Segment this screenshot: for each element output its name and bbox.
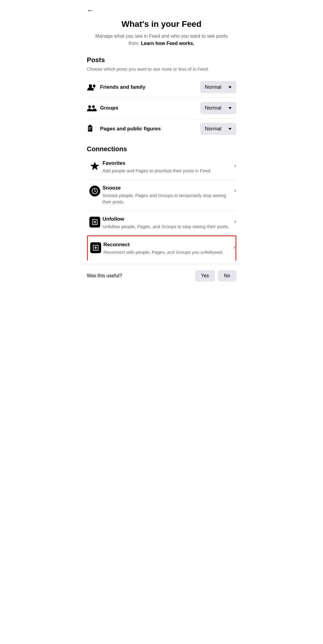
groups-icon-container [87, 103, 100, 113]
unfollow-icon-container [87, 216, 103, 228]
groups-label: Groups [100, 105, 200, 111]
snooze-icon-container [87, 185, 103, 196]
feedback-label: Was this useful? [87, 273, 195, 279]
pages-icon [87, 124, 97, 134]
page-subtitle: Manage what you see in Feed and who you … [87, 33, 236, 47]
reconnect-row[interactable]: Reconnect Reconnect with people, Pages, … [87, 235, 236, 261]
feedback-row: Was this useful? Yes No [81, 264, 242, 288]
chevron-down-icon [229, 86, 232, 88]
svg-point-3 [92, 105, 94, 108]
snooze-row[interactable]: Snooze Snooze people, Pages and Groups t… [87, 180, 236, 211]
posts-section-subtitle: Choose which posts you want to see more … [87, 66, 236, 72]
reconnect-icon [90, 242, 101, 253]
pages-dropdown[interactable]: Normal [200, 123, 236, 135]
friends-family-value: Normal [205, 84, 222, 90]
reconnect-desc: Reconnect with people, Pages, and Groups… [104, 249, 233, 255]
unfollow-row[interactable]: Unfollow Unfollow people, Pages, and Gro… [87, 211, 236, 235]
pages-label: Pages and public figures [100, 126, 200, 132]
back-button[interactable]: ← [87, 6, 94, 14]
groups-icon [87, 103, 97, 113]
groups-dropdown[interactable]: Normal [200, 102, 236, 114]
friends-family-icon [87, 82, 100, 92]
svg-marker-8 [90, 162, 99, 170]
subtitle-link[interactable]: Learn how Feed works. [141, 41, 194, 46]
page-wrapper: ← What's in your Feed Manage what you se… [81, 0, 242, 644]
page-title: What's in your Feed [87, 19, 236, 29]
plus-box-icon [92, 244, 99, 251]
x-icon [91, 219, 98, 225]
header: ← What's in your Feed Manage what you se… [81, 0, 242, 50]
unfollow-content: Unfollow Unfollow people, Pages, and Gro… [103, 216, 234, 230]
friends-icon [87, 82, 97, 92]
unfollow-title: Unfollow [103, 216, 234, 222]
connections-section-title: Connections [87, 145, 236, 153]
snooze-icon [89, 186, 100, 196]
svg-point-0 [89, 84, 92, 88]
svg-marker-5 [88, 125, 92, 126]
snooze-title: Snooze [103, 185, 234, 191]
favorites-icon-container [87, 160, 103, 171]
posts-section-title: Posts [87, 56, 236, 64]
feedback-buttons: Yes No [195, 270, 236, 282]
friends-family-dropdown[interactable]: Normal [200, 81, 236, 93]
unfollow-desc: Unfollow people, Pages, and Groups to st… [103, 223, 234, 230]
pages-value: Normal [205, 126, 222, 132]
favorites-title: Favorites [103, 160, 234, 166]
groups-row: Groups Normal [87, 98, 236, 119]
snooze-desc: Snooze people, Pages and Groups to tempo… [103, 192, 234, 205]
clock-icon [91, 188, 98, 194]
svg-point-1 [93, 84, 95, 87]
favorites-row[interactable]: Favorites Add people and Pages to priori… [87, 155, 236, 180]
favorites-arrow: › [234, 160, 236, 169]
favorites-content: Favorites Add people and Pages to priori… [103, 160, 234, 174]
connections-section: Connections Favorites Add people and Pag… [81, 139, 242, 261]
groups-value: Normal [205, 105, 222, 111]
friends-family-label: Friends and family [100, 84, 200, 90]
pages-row: Pages and public figures Normal [87, 119, 236, 139]
star-icon [90, 161, 100, 171]
reconnect-title: Reconnect [104, 242, 233, 248]
unfollow-arrow: › [234, 216, 236, 225]
snooze-arrow: › [234, 185, 236, 194]
posts-section: Posts Choose which posts you want to see… [81, 50, 242, 139]
favorites-desc: Add people and Pages to prioritize their… [103, 167, 234, 174]
svg-point-2 [88, 105, 91, 108]
reconnect-icon-container [88, 242, 104, 253]
snooze-content: Snooze Snooze people, Pages and Groups t… [103, 185, 234, 205]
feedback-no-button[interactable]: No [218, 270, 236, 282]
svg-rect-7 [88, 129, 91, 129]
pages-icon-container [87, 124, 100, 134]
chevron-down-icon-2 [229, 107, 232, 109]
friends-family-row: Friends and family Normal [87, 77, 236, 98]
chevron-down-icon-3 [229, 128, 232, 130]
reconnect-arrow: › [233, 242, 235, 250]
reconnect-content: Reconnect Reconnect with people, Pages, … [104, 242, 233, 255]
svg-rect-6 [88, 128, 92, 128]
feedback-yes-button[interactable]: Yes [195, 270, 215, 282]
unfollow-icon [89, 217, 100, 228]
